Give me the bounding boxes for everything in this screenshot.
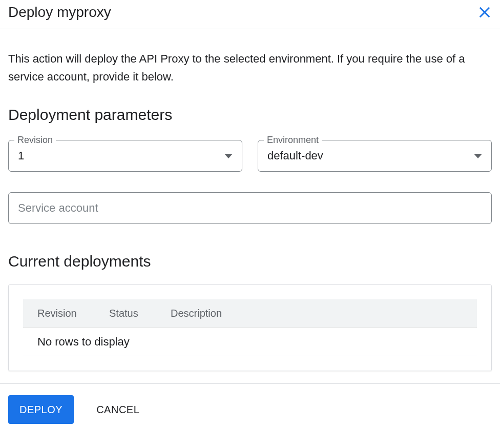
column-header-description: Description [171,308,463,319]
column-header-status: Status [109,308,171,319]
environment-label: Environment [264,135,322,146]
table-empty-text: No rows to display [37,335,130,348]
service-account-input[interactable] [18,201,482,215]
dialog-content: This action will deploy the API Proxy to… [0,29,500,383]
environment-value: default-dev [267,149,323,162]
chevron-down-icon [474,154,482,158]
close-icon[interactable] [477,5,492,19]
revision-value: 1 [18,149,24,162]
dialog-description: This action will deploy the API Proxy to… [8,50,492,86]
revision-label: Revision [14,135,56,146]
dialog-header: Deploy myproxy [0,0,500,29]
service-account-field[interactable] [8,192,492,224]
chevron-down-icon [224,154,233,158]
revision-field: Revision 1 [8,140,242,172]
environment-field: Environment default-dev [258,140,492,172]
parameters-heading: Deployment parameters [8,106,492,124]
deployments-heading: Current deployments [8,253,492,270]
dialog-title: Deploy myproxy [8,4,111,21]
parameters-row: Revision 1 Environment default-dev [8,140,492,172]
cancel-button[interactable]: CANCEL [96,404,139,416]
deployments-table-card: Revision Status Description No rows to d… [8,284,492,371]
column-header-revision: Revision [37,308,109,319]
table-header-row: Revision Status Description [23,299,477,328]
deploy-button[interactable]: DEPLOY [8,395,74,424]
table-empty-row: No rows to display [23,328,477,356]
dialog-footer: DEPLOY CANCEL [0,383,500,435]
